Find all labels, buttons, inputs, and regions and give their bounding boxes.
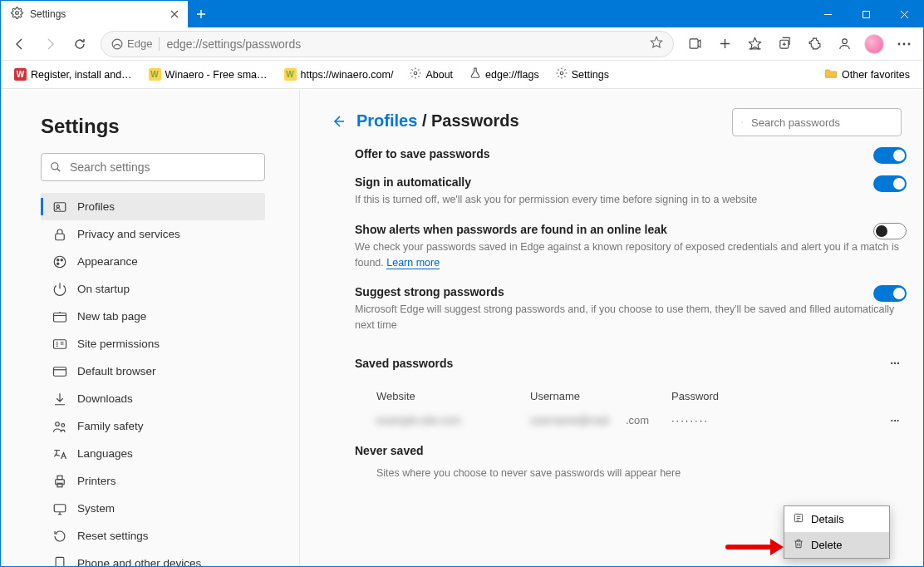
- learn-more-link[interactable]: Learn more: [386, 257, 440, 269]
- offer-save-toggle[interactable]: [873, 147, 907, 164]
- col-website: Website: [376, 390, 530, 402]
- collections-icon[interactable]: [770, 31, 799, 57]
- auto-signin-desc: If this is turned off, we'll ask you for…: [355, 192, 902, 208]
- menu-delete[interactable]: Delete: [784, 532, 889, 558]
- col-username: Username: [530, 390, 671, 402]
- nav-appearance[interactable]: Appearance: [41, 248, 265, 275]
- browser-toolbar: Edge edge://settings/passwords: [1, 27, 923, 61]
- svg-point-18: [57, 259, 59, 260]
- settings-search[interactable]: [41, 153, 265, 181]
- nav-reset[interactable]: Reset settings: [41, 522, 265, 550]
- row-context-menu: Details Delete: [784, 505, 890, 559]
- gear-icon: [11, 7, 23, 22]
- search-icon: [741, 116, 743, 128]
- nav-phone[interactable]: Phone and other devices: [41, 550, 265, 566]
- svg-point-9: [903, 42, 906, 45]
- svg-point-10: [908, 42, 911, 45]
- auto-signin-toggle[interactable]: [873, 175, 907, 192]
- svg-rect-29: [54, 504, 66, 511]
- row-more-icon[interactable]: ···: [883, 409, 907, 432]
- nav-forward-button[interactable]: [36, 31, 64, 57]
- other-favorites[interactable]: Other favorites: [818, 64, 917, 85]
- nav-startup[interactable]: On startup: [41, 275, 265, 303]
- window-close-button[interactable]: [885, 1, 923, 27]
- favorites-icon[interactable]: [740, 31, 769, 57]
- passwords-search[interactable]: [732, 108, 902, 136]
- address-bar[interactable]: Edge edge://settings/passwords: [101, 31, 674, 57]
- tab-close-icon[interactable]: [168, 7, 181, 21]
- password-row: example-site.com username@mail.com ·····…: [376, 409, 902, 432]
- profile-avatar[interactable]: [860, 31, 888, 57]
- nav-site-permissions[interactable]: Site permissions: [41, 330, 265, 357]
- nav-downloads[interactable]: Downloads: [41, 385, 265, 412]
- settings-back-button[interactable]: [330, 113, 346, 130]
- svg-rect-23: [54, 367, 66, 376]
- settings-title: Settings: [41, 115, 283, 138]
- bookmark-item[interactable]: Settings: [549, 64, 616, 85]
- nav-refresh-button[interactable]: [66, 31, 94, 57]
- gear-icon: [556, 67, 568, 81]
- bookmark-item[interactable]: WWinaero - Free sma…: [142, 65, 274, 84]
- leak-alerts-toggle[interactable]: [873, 223, 907, 239]
- site-identity: Edge: [111, 37, 152, 50]
- svg-rect-1: [863, 11, 869, 17]
- extensions-icon[interactable]: [800, 31, 828, 57]
- nav-back-button[interactable]: [6, 31, 34, 57]
- settings-search-input[interactable]: [68, 160, 256, 175]
- svg-point-15: [57, 205, 59, 207]
- svg-rect-22: [54, 339, 66, 348]
- language-icon: [52, 446, 67, 461]
- new-tab-button[interactable]: [188, 1, 214, 27]
- nav-newtab[interactable]: New tab page: [41, 303, 265, 330]
- nav-profiles[interactable]: Profiles: [41, 193, 265, 220]
- menu-dots-icon[interactable]: [890, 31, 918, 57]
- strong-pw-desc: Microsoft Edge will suggest strong passw…: [355, 302, 902, 333]
- nav-languages[interactable]: Languages: [41, 440, 265, 467]
- svg-point-19: [61, 259, 62, 260]
- row-username: username@mail.com: [530, 414, 671, 426]
- favorite-star-icon[interactable]: [650, 36, 663, 52]
- svg-point-11: [415, 71, 418, 75]
- window-maximize-button[interactable]: [847, 1, 885, 27]
- window-minimize-button[interactable]: [808, 1, 847, 27]
- svg-point-12: [560, 71, 563, 75]
- svg-point-32: [741, 121, 742, 122]
- search-icon: [50, 161, 61, 173]
- saved-pw-more-icon[interactable]: ···: [883, 352, 907, 375]
- breadcrumb-link[interactable]: Profiles: [356, 111, 417, 130]
- read-aloud-icon[interactable]: [681, 31, 709, 57]
- nav-system[interactable]: System: [41, 495, 265, 522]
- nav-default-browser[interactable]: Default browser: [41, 357, 265, 385]
- download-icon: [52, 392, 67, 407]
- annotation-arrow: [725, 539, 784, 555]
- bookmark-item[interactable]: WRegister, install and…: [7, 65, 139, 84]
- nav-family[interactable]: Family safety: [41, 412, 265, 440]
- nav-printers[interactable]: Printers: [41, 467, 265, 495]
- svg-marker-5: [749, 37, 760, 48]
- reset-icon: [52, 529, 67, 544]
- bookmarks-bar: WRegister, install and… WWinaero - Free …: [1, 61, 923, 89]
- strong-pw-heading: Suggest strong passwords: [355, 285, 902, 298]
- tab-title: Settings: [30, 8, 161, 20]
- svg-rect-21: [54, 313, 66, 322]
- password-table-header: Website Username Password: [376, 390, 902, 402]
- svg-point-17: [54, 256, 66, 268]
- menu-details[interactable]: Details: [784, 506, 889, 532]
- bookmark-item[interactable]: edge://flags: [463, 64, 546, 85]
- bookmark-item[interactable]: About: [403, 64, 460, 85]
- plus-icon[interactable]: [710, 31, 739, 57]
- row-password: ········: [671, 414, 771, 426]
- offer-save-heading: Offer to save passwords: [355, 147, 902, 160]
- account-icon[interactable]: [830, 31, 858, 57]
- passwords-search-input[interactable]: [750, 116, 892, 130]
- row-website[interactable]: example-site.com: [376, 414, 530, 426]
- address-url: edge://settings/passwords: [166, 37, 643, 51]
- svg-marker-3: [651, 37, 661, 47]
- bookmark-item[interactable]: Whttps://winaero.com/: [278, 65, 401, 84]
- breadcrumb: Profiles / Passwords: [356, 111, 519, 131]
- leak-alerts-desc: We check your passwords saved in Edge ag…: [355, 239, 902, 271]
- browser-tab[interactable]: Settings: [1, 1, 188, 27]
- auto-signin-heading: Sign in automatically: [355, 175, 902, 189]
- nav-privacy[interactable]: Privacy and services: [41, 220, 265, 248]
- strong-pw-toggle[interactable]: [873, 285, 907, 302]
